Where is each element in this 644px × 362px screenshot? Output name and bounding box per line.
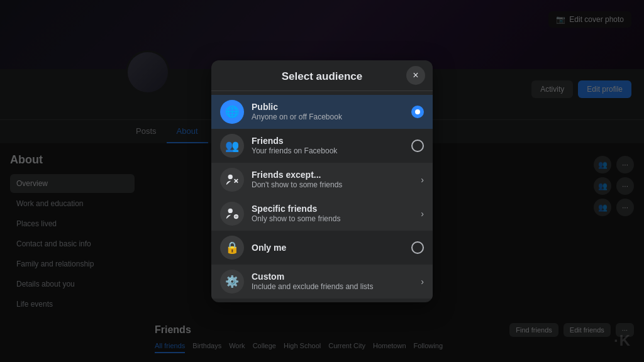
only-me-icon: 🔒 [220, 236, 244, 260]
svg-point-0 [228, 174, 233, 178]
friends-text: Friends Your friends on Facebook [252, 136, 404, 155]
close-icon: × [413, 70, 418, 81]
only-me-radio [411, 241, 424, 254]
friends-radio [411, 140, 424, 152]
public-icon: 🌐 [220, 100, 244, 124]
audience-option-friends-except[interactable]: Friends except... Don't show to some fri… [211, 163, 433, 197]
only-me-text: Only me [252, 243, 404, 253]
select-audience-modal: Select audience × 🌐 Public Anyone on or … [211, 60, 433, 302]
audience-option-specific-friends[interactable]: Specific friends Only show to some frien… [211, 197, 433, 231]
audience-option-custom[interactable]: ⚙️ Custom Include and exclude friends an… [211, 265, 433, 299]
audience-option-friends[interactable]: 👥 Friends Your friends on Facebook [211, 129, 433, 163]
public-radio [411, 106, 424, 118]
friends-except-text: Friends except... Don't show to some fri… [252, 170, 413, 189]
custom-icon: ⚙️ [220, 270, 244, 293]
friends-except-chevron: › [421, 175, 424, 185]
friends-icon: 👥 [220, 134, 244, 158]
modal-close-button[interactable]: × [406, 66, 425, 85]
friends-except-icon [220, 168, 244, 192]
modal-title: Select audience [282, 70, 363, 83]
audience-option-public[interactable]: 🌐 Public Anyone on or off Facebook [211, 95, 433, 129]
svg-point-3 [228, 208, 233, 212]
specific-friends-chevron: › [421, 209, 424, 219]
specific-friends-icon [220, 202, 244, 226]
specific-friends-text: Specific friends Only show to some frien… [252, 204, 413, 223]
audience-list: 🌐 Public Anyone on or off Facebook 👥 Fri… [211, 91, 433, 302]
audience-option-only-me[interactable]: 🔒 Only me [211, 231, 433, 265]
modal-header: Select audience × [211, 60, 433, 91]
public-text: Public Anyone on or off Facebook [252, 102, 404, 121]
custom-text: Custom Include and exclude friends and l… [252, 272, 413, 291]
custom-chevron: › [421, 277, 424, 287]
modal-overlay[interactable]: Select audience × 🌐 Public Anyone on or … [0, 0, 644, 362]
